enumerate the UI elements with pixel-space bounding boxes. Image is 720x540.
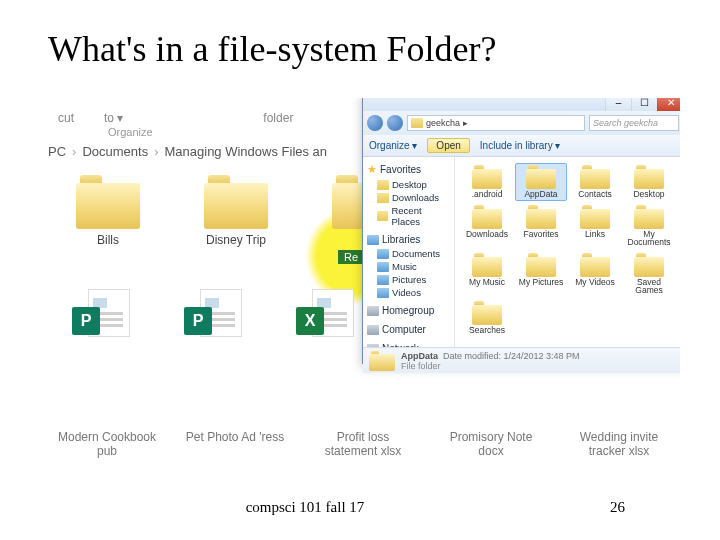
sidebar-item-label: Recent Places <box>391 205 450 227</box>
libraries-header[interactable]: Libraries <box>363 232 454 247</box>
folder-item[interactable]: .android <box>461 163 513 201</box>
folder-label: Bills <box>97 233 119 247</box>
command-bar: Organize ▾ Open Include in library ▾ <box>363 135 680 157</box>
star-icon: ★ <box>367 163 377 176</box>
file-item[interactable]: P <box>68 287 132 341</box>
close-icon: ✕ <box>667 98 675 108</box>
sidebar-item-recent[interactable]: Recent Places <box>363 204 454 228</box>
minimize-button[interactable]: – <box>605 98 631 111</box>
computer-icon <box>367 325 379 335</box>
sidebar-item-videos[interactable]: Videos <box>363 286 454 299</box>
folder-item[interactable]: My Pictures <box>515 251 567 297</box>
library-icon <box>367 235 379 245</box>
back-button[interactable] <box>367 115 383 131</box>
homegroup-header[interactable]: Homegroup <box>363 303 454 318</box>
publisher-badge-icon: P <box>72 307 100 335</box>
crumb-folder[interactable]: Managing Windows Files an <box>165 144 328 159</box>
folder-label: Downloads <box>466 230 508 239</box>
folder-icon <box>472 205 502 229</box>
sidebar-item-label: Downloads <box>392 192 439 203</box>
file-item[interactable]: P <box>180 287 244 341</box>
sidebar-item-label: Documents <box>392 248 440 259</box>
folder-icon <box>472 253 502 277</box>
sidebar-item-documents[interactable]: Documents <box>363 247 454 260</box>
close-button[interactable]: ✕ <box>657 98 680 111</box>
file-caption: Promisory Note docx <box>440 430 542 459</box>
libraries-label: Libraries <box>382 234 420 245</box>
folder-icon <box>204 175 268 229</box>
crumb-pc[interactable]: PC <box>48 144 66 159</box>
details-pane: AppData Date modified: 1/24/2012 3:48 PM… <box>363 347 680 373</box>
homegroup-label: Homegroup <box>382 305 434 316</box>
breadcrumb[interactable]: PC› Documents› Managing Windows Files an <box>48 138 408 169</box>
ribbon-cut[interactable]: cut <box>58 111 74 125</box>
folder-icon <box>526 253 556 277</box>
explorer-window: – ☐ ✕ geekcha ▸ Search geekcha Organize … <box>362 98 680 364</box>
folder-icon <box>472 165 502 189</box>
sidebar-item-pictures[interactable]: Pictures <box>363 273 454 286</box>
network-label: Network <box>382 343 419 347</box>
chevron-right-icon: › <box>72 144 76 159</box>
footer-center: compsci 101 fall 17 <box>0 499 610 516</box>
sidebar-item-desktop[interactable]: Desktop <box>363 178 454 191</box>
folder-item[interactable]: Searches <box>461 299 513 337</box>
folder-item[interactable]: Desktop <box>623 163 675 201</box>
address-bar[interactable]: geekcha ▸ <box>407 115 585 131</box>
publisher-badge-icon: P <box>184 307 212 335</box>
details-type: File folder <box>401 361 580 371</box>
folder-icon <box>411 118 423 128</box>
favorites-header[interactable]: ★Favorites <box>363 161 454 178</box>
folder-label: AppData <box>524 190 557 199</box>
file-caption: Modern Cookbook pub <box>56 430 158 459</box>
homegroup-icon <box>367 306 379 316</box>
folder-icon <box>634 253 664 277</box>
file-item[interactable]: X <box>292 287 356 341</box>
folder-item[interactable]: Contacts <box>569 163 621 201</box>
folder-label: Saved Games <box>625 278 673 295</box>
network-icon <box>367 344 379 348</box>
sidebar-item-downloads[interactable]: Downloads <box>363 191 454 204</box>
folder-item[interactable]: AppData <box>515 163 567 201</box>
folder-item[interactable]: Disney Trip <box>196 175 276 247</box>
file-pane[interactable]: .androidAppDataContactsDesktopDownloadsF… <box>455 157 680 347</box>
folder-icon <box>580 253 610 277</box>
nav-pane: ★Favorites Desktop Downloads Recent Plac… <box>363 157 455 347</box>
forward-button[interactable] <box>387 115 403 131</box>
folder-item[interactable]: Favorites <box>515 203 567 249</box>
sidebar-item-music[interactable]: Music <box>363 260 454 273</box>
titlebar[interactable]: – ☐ ✕ <box>363 98 680 111</box>
folder-label: .android <box>472 190 503 199</box>
sidebar-item-label: Desktop <box>392 179 427 190</box>
chevron-right-icon: ▸ <box>463 118 468 128</box>
folder-item[interactable]: My Music <box>461 251 513 297</box>
include-in-library-button[interactable]: Include in library ▾ <box>480 140 561 151</box>
folder-item[interactable]: Saved Games <box>623 251 675 297</box>
folder-item[interactable]: My Documents <box>623 203 675 249</box>
network-header[interactable]: Network <box>363 341 454 347</box>
ribbon-folder[interactable]: folder <box>263 111 293 125</box>
folder-label: My Pictures <box>519 278 563 287</box>
ribbon-to[interactable]: to ▾ <box>104 111 123 125</box>
folder-item[interactable]: My Videos <box>569 251 621 297</box>
search-input[interactable]: Search geekcha <box>589 115 679 131</box>
file-caption: Profit loss statement xlsx <box>312 430 414 459</box>
folder-label: Favorites <box>524 230 559 239</box>
folder-icon <box>377 180 389 190</box>
maximize-button[interactable]: ☐ <box>631 98 657 111</box>
computer-header[interactable]: Computer <box>363 322 454 337</box>
crumb-documents[interactable]: Documents <box>82 144 148 159</box>
folder-item[interactable]: Downloads <box>461 203 513 249</box>
footer-page-number: 26 <box>610 499 720 516</box>
folder-label: Desktop <box>633 190 664 199</box>
folder-icon <box>580 165 610 189</box>
address-segment[interactable]: geekcha <box>426 118 460 128</box>
details-text: AppData Date modified: 1/24/2012 3:48 PM… <box>401 351 580 371</box>
rename-chip: Re <box>338 250 364 264</box>
folder-item[interactable]: Bills <box>68 175 148 247</box>
open-button[interactable]: Open <box>427 138 469 153</box>
folder-icon <box>369 351 395 371</box>
file-caption: Wedding invite tracker xlsx <box>568 430 670 459</box>
organize-button[interactable]: Organize ▾ <box>369 140 417 151</box>
bg-ribbon: cut to ▾ folder Organize <box>48 98 408 138</box>
folder-item[interactable]: Links <box>569 203 621 249</box>
